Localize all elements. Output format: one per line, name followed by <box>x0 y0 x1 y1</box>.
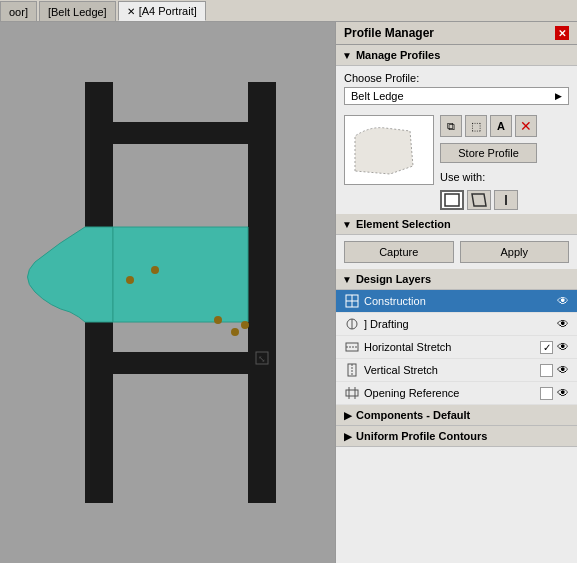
tab-a4-portrait-label: [A4 Portrait] <box>139 5 197 17</box>
design-layers-label: Design Layers <box>356 273 431 285</box>
layer-row-opening-reference[interactable]: Opening Reference 👁 <box>336 382 577 405</box>
components-arrow: ▶ <box>344 410 352 421</box>
rename-profile-button[interactable]: A <box>490 115 512 137</box>
design-layers-header[interactable]: ▼ Design Layers <box>336 269 577 290</box>
paste-profile-button[interactable]: ⬚ <box>465 115 487 137</box>
components-default-label: Components - Default <box>356 409 470 421</box>
drafting-layer-icon <box>344 316 360 332</box>
element-selection-label: Element Selection <box>356 218 451 230</box>
use-with-icons <box>440 190 537 210</box>
tab-a4-portrait[interactable]: ✕ [A4 Portrait] <box>118 1 206 21</box>
h-stretch-icon-svg <box>345 340 359 354</box>
svg-point-6 <box>126 276 134 284</box>
svg-rect-2 <box>248 82 276 503</box>
profile-name: Belt Ledge <box>351 90 404 102</box>
svg-rect-25 <box>346 390 358 396</box>
v-stretch-icon-svg <box>345 363 359 377</box>
horizontal-stretch-eye-icon[interactable]: 👁 <box>557 340 569 354</box>
construction-eye-icon[interactable]: 👁 <box>557 294 569 308</box>
svg-rect-4 <box>85 352 276 374</box>
preview-tools: ⧉ ⬚ A ✕ Store Profile Use with: <box>440 115 537 210</box>
uniform-profile-label: Uniform Profile Contours <box>356 430 487 442</box>
tab-belt-ledge-label: [Belt Ledge] <box>48 6 107 18</box>
use-with-rectangle-icon[interactable] <box>440 190 464 210</box>
capture-button[interactable]: Capture <box>344 241 454 263</box>
construction-layer-name: Construction <box>364 295 557 307</box>
element-selection-header[interactable]: ▼ Element Selection <box>336 214 577 235</box>
tab-belt-ledge[interactable]: [Belt Ledge] <box>39 1 116 21</box>
vertical-stretch-checkbox[interactable] <box>540 364 553 377</box>
svg-point-7 <box>214 316 222 324</box>
apply-button[interactable]: Apply <box>460 241 570 263</box>
main-content: ⤡ Profile Manager ✕ ▼ Manage Profiles Ch… <box>0 22 577 563</box>
panel-title: Profile Manager <box>344 26 434 40</box>
choose-profile-section: Choose Profile: Belt Ledge ▶ <box>336 66 577 111</box>
svg-marker-14 <box>472 194 486 206</box>
rect-icon-svg <box>444 193 460 207</box>
layer-row-drafting[interactable]: ] Drafting 👁 <box>336 313 577 336</box>
manage-profiles-header[interactable]: ▼ Manage Profiles <box>336 45 577 66</box>
svg-point-9 <box>241 321 249 329</box>
layer-row-horizontal-stretch[interactable]: Horizontal Stretch ✓ 👁 <box>336 336 577 359</box>
horizontal-stretch-layer-name: Horizontal Stretch <box>364 341 540 353</box>
panel-header: Profile Manager ✕ <box>336 22 577 45</box>
horizontal-stretch-checkbox[interactable]: ✓ <box>540 341 553 354</box>
use-with-parallelogram-icon[interactable] <box>467 190 491 210</box>
apply-label: Apply <box>500 246 528 258</box>
opening-ref-icon-svg <box>345 386 359 400</box>
drafting-eye-icon[interactable]: 👁 <box>557 317 569 331</box>
store-profile-label: Store Profile <box>458 147 519 159</box>
preview-svg <box>345 116 433 184</box>
layer-row-vertical-stretch[interactable]: Vertical Stretch 👁 <box>336 359 577 382</box>
vertical-stretch-layer-name: Vertical Stretch <box>364 364 540 376</box>
close-icon[interactable]: ✕ <box>127 6 135 17</box>
opening-reference-layer-name: Opening Reference <box>364 387 540 399</box>
chevron-right-icon: ▶ <box>555 91 562 101</box>
tab-floor-label: oor] <box>9 6 28 18</box>
element-selection-row: Capture Apply <box>336 235 577 269</box>
components-default-section[interactable]: ▶ Components - Default <box>336 405 577 426</box>
svg-point-8 <box>231 328 239 336</box>
vertical-stretch-layer-icon <box>344 362 360 378</box>
text-a-icon: A <box>497 120 505 132</box>
design-layers-arrow: ▼ <box>342 274 352 285</box>
svg-rect-13 <box>445 194 459 206</box>
choose-profile-label: Choose Profile: <box>344 72 569 84</box>
copy-icon: ⧉ <box>447 120 455 133</box>
drafting-icon-svg <box>345 317 359 331</box>
layer-row-construction[interactable]: Construction 👁 <box>336 290 577 313</box>
svg-rect-3 <box>85 122 276 144</box>
tab-bar: oor] [Belt Ledge] ✕ [A4 Portrait] <box>0 0 577 22</box>
opening-reference-checkbox[interactable] <box>540 387 553 400</box>
delete-profile-button[interactable]: ✕ <box>515 115 537 137</box>
construction-layer-icon <box>344 293 360 309</box>
vertical-stretch-eye-icon[interactable]: 👁 <box>557 363 569 377</box>
paste-icon: ⬚ <box>471 120 481 133</box>
manage-profiles-arrow: ▼ <box>342 50 352 61</box>
horizontal-stretch-layer-icon <box>344 339 360 355</box>
svg-point-5 <box>151 266 159 274</box>
uniform-profile-section[interactable]: ▶ Uniform Profile Contours <box>336 426 577 447</box>
profile-preview-box <box>344 115 434 185</box>
capture-label: Capture <box>379 246 418 258</box>
element-selection-arrow: ▼ <box>342 219 352 230</box>
panel-close-button[interactable]: ✕ <box>555 26 569 40</box>
delete-icon: ✕ <box>520 118 532 134</box>
construction-icon-svg <box>345 294 359 308</box>
profile-select-button[interactable]: Belt Ledge ▶ <box>344 87 569 105</box>
profile-preview-area: ⧉ ⬚ A ✕ Store Profile Use with: <box>336 111 577 214</box>
uniform-profile-arrow: ▶ <box>344 431 352 442</box>
preview-tools-row1: ⧉ ⬚ A ✕ <box>440 115 537 137</box>
tab-floor[interactable]: oor] <box>0 1 37 21</box>
drafting-layer-name: ] Drafting <box>364 318 557 330</box>
opening-reference-layer-icon <box>344 385 360 401</box>
opening-reference-eye-icon[interactable]: 👁 <box>557 386 569 400</box>
use-with-line-icon[interactable] <box>494 190 518 210</box>
manage-profiles-label: Manage Profiles <box>356 49 440 61</box>
store-profile-button[interactable]: Store Profile <box>440 143 537 163</box>
line-icon-svg <box>498 193 514 207</box>
belt-ledge-svg: ⤡ <box>0 22 335 563</box>
parallelogram-icon-svg <box>471 193 487 207</box>
right-panel: Profile Manager ✕ ▼ Manage Profiles Choo… <box>335 22 577 563</box>
copy-profile-button[interactable]: ⧉ <box>440 115 462 137</box>
